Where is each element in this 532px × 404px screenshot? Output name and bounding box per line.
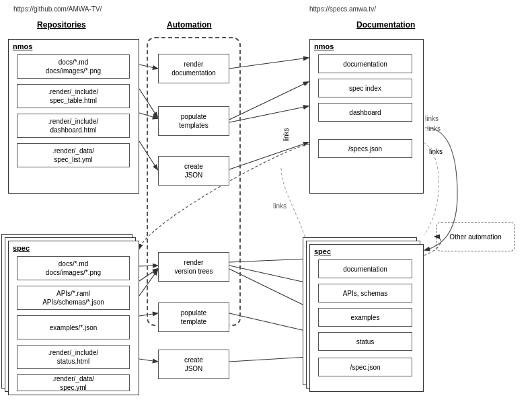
auto-create-json-nmos: createJSON bbox=[158, 156, 229, 186]
nmos-doc-4: /specs.json bbox=[318, 139, 412, 158]
svg-line-18 bbox=[229, 313, 308, 331]
svg-line-5 bbox=[229, 82, 308, 120]
auto-populate-template: populatetemplate bbox=[158, 302, 229, 332]
nmos-file-4: .render/_data/spec_list.yml bbox=[17, 143, 130, 167]
nmos-doc-2: spec index bbox=[318, 79, 412, 97]
svg-line-4 bbox=[229, 58, 308, 69]
svg-line-15 bbox=[229, 259, 308, 262]
spec-doc-5: /spec.json bbox=[318, 358, 412, 376]
diagram: https://github.com/AMWA-TV/ https://spec… bbox=[0, 0, 532, 404]
svg-line-17 bbox=[229, 269, 308, 307]
svg-line-7 bbox=[229, 143, 308, 169]
auto-render-version: renderversion trees bbox=[158, 252, 229, 282]
url-right: https://specs.amwa.tv/ bbox=[309, 5, 376, 13]
spec-file-3: examples/*.json bbox=[17, 315, 130, 339]
nmos-docs-title: nmos bbox=[314, 42, 334, 50]
spec-file-4: .render/_include/status.html bbox=[17, 345, 130, 369]
title-repositories: Repositories bbox=[37, 20, 86, 30]
spec-repo-box: spec docs/*.mddocs/images/*.png APIs/*.r… bbox=[8, 241, 139, 395]
svg-text:links: links bbox=[273, 202, 287, 210]
svg-text:links: links bbox=[425, 115, 439, 122]
svg-text:links: links bbox=[427, 125, 441, 132]
svg-line-16 bbox=[229, 266, 308, 283]
links-label-2: links bbox=[429, 148, 443, 155]
auto-create-json-spec: createJSON bbox=[158, 350, 229, 379]
spec-doc-1: documentation bbox=[318, 259, 412, 278]
spec-docs-title: spec bbox=[314, 247, 331, 255]
nmos-file-3: .render/_include/dashboard.html bbox=[17, 114, 130, 138]
svg-line-14 bbox=[139, 359, 157, 362]
auto-render-docs: renderdocumentation bbox=[158, 54, 229, 83]
nmos-repo-box: nmos docs/*.mddocs/images/*.png .render/… bbox=[8, 39, 139, 194]
spec-docs-box: spec documentation APIs, schemas example… bbox=[309, 244, 424, 392]
other-automation-box: Other automation bbox=[436, 222, 515, 251]
spec-doc-4: status bbox=[318, 332, 412, 351]
nmos-file-2: .render/_include/spec_table.html bbox=[17, 84, 130, 108]
svg-line-19 bbox=[229, 357, 308, 362]
title-automation: Automation bbox=[167, 20, 212, 30]
spec-doc-2: APIs, schemas bbox=[318, 284, 412, 302]
nmos-docs-box: nmos documentation spec index dashboard … bbox=[309, 39, 424, 194]
nmos-repo-title: nmos bbox=[13, 42, 32, 50]
spec-repo-title: spec bbox=[13, 244, 30, 252]
spec-file-5: .render/_data/spec.yml bbox=[17, 374, 130, 391]
links-label-1: links bbox=[282, 128, 290, 141]
nmos-doc-1: documentation bbox=[318, 54, 412, 73]
title-documentation: Documentation bbox=[356, 20, 415, 30]
nmos-doc-3: dashboard bbox=[318, 103, 412, 122]
spec-file-2: APIs/*.ramlAPIs/schemas/*.json bbox=[17, 286, 130, 310]
spec-doc-3: examples bbox=[318, 308, 412, 327]
nmos-file-1: docs/*.mddocs/images/*.png bbox=[17, 54, 130, 79]
url-left: https://github.com/AMWA-TV/ bbox=[13, 5, 102, 13]
spec-file-1: docs/*.mddocs/images/*.png bbox=[17, 256, 130, 280]
auto-populate-templates: populatetemplates bbox=[158, 106, 229, 136]
svg-line-6 bbox=[229, 106, 308, 122]
